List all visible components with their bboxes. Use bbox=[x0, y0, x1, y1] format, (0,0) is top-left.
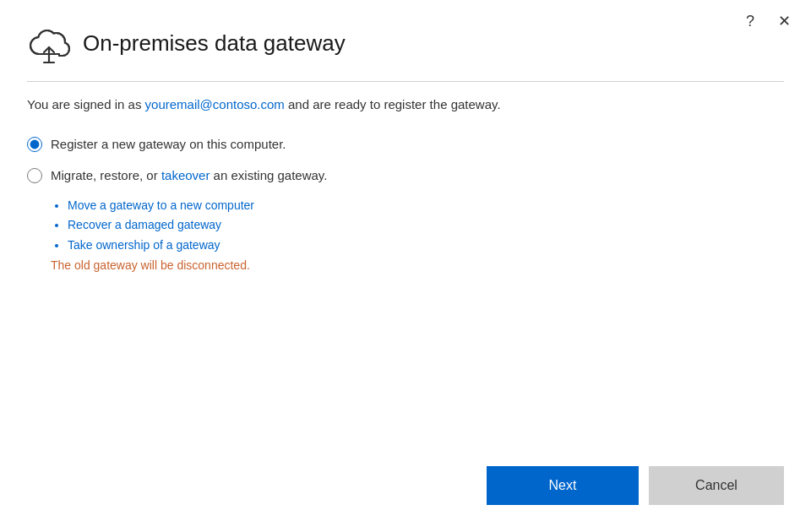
email-link[interactable]: youremail@contoso.com bbox=[145, 97, 285, 111]
sub-option-3: Take ownership of a gateway bbox=[68, 237, 784, 254]
title-bar-actions: ? ✕ bbox=[741, 12, 796, 30]
sub-option-1: Move a gateway to a new computer bbox=[68, 198, 784, 214]
help-button[interactable]: ? bbox=[741, 12, 759, 30]
disconnect-note: The old gateway will be disconnected. bbox=[51, 258, 784, 272]
options-section: Register a new gateway on this computer.… bbox=[27, 135, 784, 273]
content-area: You are signed in as youremail@contoso.c… bbox=[0, 82, 811, 449]
cloud-icon bbox=[27, 25, 71, 64]
sub-option-2: Recover a damaged gateway bbox=[68, 217, 784, 234]
sub-option-3-link[interactable]: Take ownership of a gateway bbox=[68, 238, 220, 252]
option2-label[interactable]: Migrate, restore, or takeover an existin… bbox=[51, 166, 327, 184]
option2-container: Migrate, restore, or takeover an existin… bbox=[27, 166, 784, 184]
option1-radio[interactable] bbox=[27, 137, 42, 152]
close-button[interactable]: ✕ bbox=[773, 12, 796, 30]
sub-option-1-link[interactable]: Move a gateway to a new computer bbox=[68, 198, 254, 212]
cancel-button[interactable]: Cancel bbox=[649, 466, 784, 505]
next-button[interactable]: Next bbox=[487, 466, 639, 505]
sub-option-2-link[interactable]: Recover a damaged gateway bbox=[68, 218, 221, 231]
title-bar: On-premises data gateway bbox=[0, 0, 811, 81]
takeover-link[interactable]: takeover bbox=[161, 168, 210, 182]
signed-in-text: You are signed in as youremail@contoso.c… bbox=[27, 95, 784, 115]
dialog: ? ✕ On-premises data gateway You are sig… bbox=[0, 0, 811, 532]
option2-radio[interactable] bbox=[27, 168, 42, 183]
dialog-title: On-premises data gateway bbox=[83, 30, 346, 57]
option1-container: Register a new gateway on this computer. bbox=[27, 135, 784, 153]
sub-options: Move a gateway to a new computer Recover… bbox=[51, 198, 784, 273]
sub-options-list: Move a gateway to a new computer Recover… bbox=[51, 198, 784, 254]
footer: Next Cancel bbox=[0, 449, 811, 532]
option1-label[interactable]: Register a new gateway on this computer. bbox=[51, 135, 286, 153]
